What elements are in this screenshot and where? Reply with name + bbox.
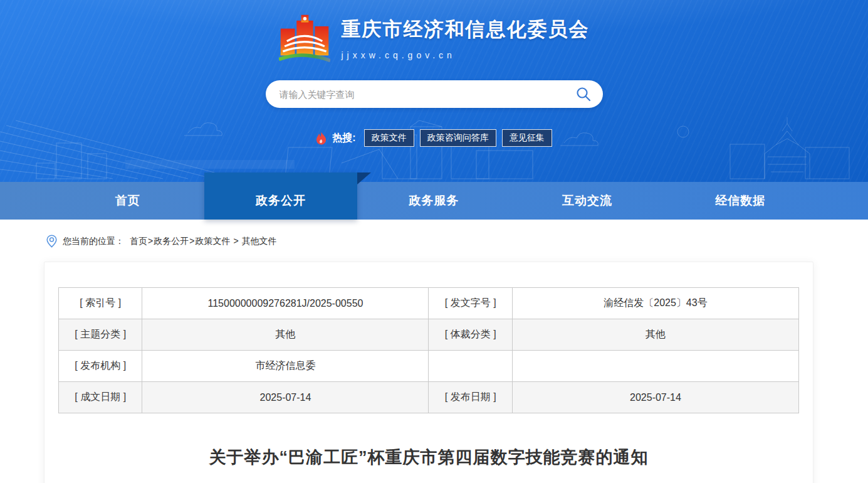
article-title: 关于举办“巴渝工匠”杯重庆市第四届数字技能竞赛的通知 [58,446,799,469]
breadcrumb-separator: > [189,236,194,246]
meta-value-publish-date: 2025-07-14 [512,382,798,413]
flame-icon [316,132,327,145]
search-row [0,80,868,108]
breadcrumb-separator: > [233,236,238,246]
site-logo-icon [279,13,330,65]
breadcrumb-path: 首页>政务公开>政策文件>其他文件 [130,236,277,247]
table-row: [ 发布机构 ] 市经济信息委 [59,351,799,382]
site-url: jjxxw.cq.gov.cn [342,50,590,60]
breadcrumb: 您当前的位置： 首页>政务公开>政策文件>其他文件 [0,220,868,262]
meta-value-empty [512,351,798,382]
nav-tab-home[interactable]: 首页 [51,182,204,220]
search-button[interactable] [575,86,592,102]
nav-tab-data[interactable]: 经信数据 [664,182,817,220]
nav-tab-gov-open[interactable]: 政务公开 [204,172,357,220]
meta-label-doc-number: [ 发文字号 ] [429,288,512,319]
meta-label-written-date: [ 成文日期 ] [59,382,142,413]
meta-value-genre-category: 其他 [512,319,798,351]
table-row: [ 主题分类 ] 其他 [ 体裁分类 ] 其他 [59,319,799,351]
search-box[interactable] [266,80,603,108]
search-icon [575,86,592,102]
breadcrumb-item-policy-files[interactable]: 政策文件 [195,236,230,246]
location-pin-icon [46,235,57,248]
document-card: [ 索引号 ] 11500000009276281J/2025-00550 [ … [44,262,813,483]
site-title: 重庆市经济和信息化委员会 [342,16,590,43]
meta-value-issuing-agency: 市经济信息委 [142,351,429,382]
nav-tab-interaction[interactable]: 互动交流 [511,182,664,220]
hot-search-item-policy-qa[interactable]: 政策咨询问答库 [420,129,496,147]
breadcrumb-item-current[interactable]: 其他文件 [242,236,277,246]
site-header: 重庆市经济和信息化委员会 jjxxw.cq.gov.cn [0,0,868,65]
site-brand-text: 重庆市经济和信息化委员会 jjxxw.cq.gov.cn [342,13,590,60]
hot-search-row: 热搜: 政策文件 政策咨询问答库 意见征集 [0,129,868,147]
search-input[interactable] [280,89,575,100]
meta-value-doc-number: 渝经信发〔2025〕43号 [512,288,798,319]
meta-label-empty [429,351,512,382]
meta-label-publish-date: [ 发布日期 ] [429,382,512,413]
hot-search-item-policy-files[interactable]: 政策文件 [364,129,414,147]
hot-search-label: 热搜: [332,132,355,145]
breadcrumb-separator: > [148,236,153,246]
breadcrumb-item-gov-open[interactable]: 政务公开 [154,236,189,246]
breadcrumb-prefix: 您当前的位置： [63,236,124,247]
table-row: [ 索引号 ] 11500000009276281J/2025-00550 [ … [59,288,799,319]
nav-tabs: 首页 政务公开 政务服务 互动交流 经信数据 [51,182,817,220]
document-metadata-table: [ 索引号 ] 11500000009276281J/2025-00550 [ … [58,287,799,413]
meta-value-index-number: 11500000009276281J/2025-00550 [142,288,429,319]
table-row: [ 成文日期 ] 2025-07-14 [ 发布日期 ] 2025-07-14 [59,382,799,413]
meta-label-genre-category: [ 体裁分类 ] [429,319,512,351]
site-banner: 重庆市经济和信息化委员会 jjxxw.cq.gov.cn 热搜: 政策文件 政策… [0,0,868,182]
meta-label-issuing-agency: [ 发布机构 ] [59,351,142,382]
main-nav: 首页 政务公开 政务服务 互动交流 经信数据 [0,182,868,220]
nav-tab-gov-service[interactable]: 政务服务 [357,182,510,220]
meta-value-topic-category: 其他 [142,319,429,351]
meta-label-topic-category: [ 主题分类 ] [59,319,142,351]
breadcrumb-item-home[interactable]: 首页 [130,236,147,246]
meta-label-index-number: [ 索引号 ] [59,288,142,319]
hot-search-item-opinion[interactable]: 意见征集 [502,129,552,147]
meta-value-written-date: 2025-07-14 [142,382,429,413]
